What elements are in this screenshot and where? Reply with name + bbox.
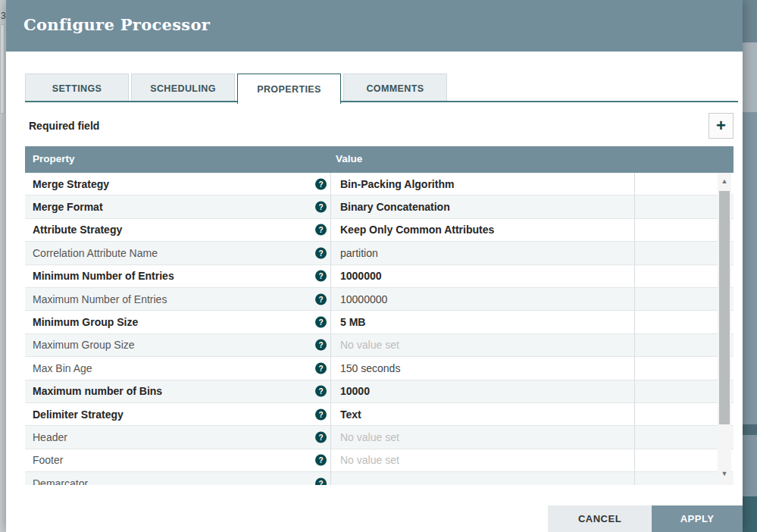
property-value-cell[interactable]: 5 MB (331, 311, 635, 333)
property-value-cell[interactable]: Keep Only Common Attributes (331, 219, 635, 241)
tab-bar: SETTINGS SCHEDULING PROPERTIES COMMENTS (25, 74, 724, 102)
help-icon[interactable]: ? (315, 317, 327, 328)
row-extra-cell (635, 288, 716, 310)
property-value-cell[interactable] (331, 472, 635, 485)
scrollbar-thumb[interactable] (719, 191, 730, 424)
property-name-cell: Merge Strategy ? (25, 173, 331, 195)
background-band (743, 42, 757, 112)
property-name: Delimiter Strategy (33, 408, 124, 421)
table-row: Maximum number of Bins ? 10000 (25, 380, 734, 403)
help-icon[interactable]: ? (315, 362, 327, 374)
help-icon[interactable]: ? (315, 247, 327, 258)
help-icon[interactable]: ? (315, 224, 327, 236)
property-value-cell[interactable]: Bin-Packing Algorithm (331, 173, 635, 195)
add-property-button[interactable]: + (709, 113, 734, 139)
property-name: Demarcator (33, 477, 88, 485)
property-value: 1000000 (340, 270, 382, 282)
table-row: Header ? No value set (25, 426, 734, 449)
property-name-cell: Attribute Strategy ? (25, 219, 331, 241)
property-value: No value set (340, 339, 399, 351)
property-value-cell[interactable]: No value set (331, 449, 635, 471)
property-value: Bin-Packing Algorithm (340, 178, 454, 190)
property-name: Merge Strategy (33, 178, 109, 190)
row-extra-cell (635, 311, 716, 333)
scroll-up-icon[interactable]: ▲ (718, 174, 731, 188)
property-name-cell: Demarcator ? (25, 472, 331, 485)
column-header-property: Property (33, 153, 75, 164)
tab-comments[interactable]: COMMENTS (343, 74, 447, 102)
background-band (743, 496, 757, 532)
table-row: Minimum Group Size ? 5 MB (25, 311, 734, 333)
property-value-cell[interactable]: Text (331, 403, 635, 425)
property-name-cell: Delimiter Strategy ? (25, 403, 331, 425)
required-field-label: Required field (29, 120, 99, 132)
property-value-cell[interactable]: 10000 (331, 380, 635, 402)
property-name-cell: Minimum Group Size ? (25, 311, 331, 333)
row-extra-cell (635, 334, 716, 356)
property-name: Maximum number of Bins (33, 385, 162, 397)
help-icon[interactable]: ? (315, 477, 327, 485)
property-name: Attribute Strategy (33, 224, 122, 236)
property-value-cell[interactable]: 150 seconds (331, 357, 635, 379)
properties-table-body: Merge Strategy ? Bin-Packing Algorithm M… (25, 173, 734, 485)
property-value-cell[interactable]: partition (331, 242, 635, 264)
background-band (743, 0, 757, 42)
help-icon[interactable]: ? (315, 202, 327, 213)
plus-icon: + (716, 116, 726, 135)
property-value: partition (340, 247, 378, 259)
table-row: Attribute Strategy ? Keep Only Common At… (25, 219, 734, 242)
property-name-cell: Merge Format ? (25, 196, 331, 217)
help-icon[interactable]: ? (315, 340, 327, 351)
help-icon[interactable]: ? (315, 431, 327, 443)
property-value-cell[interactable]: No value set (331, 334, 635, 356)
row-extra-cell (635, 196, 716, 217)
tab-label: COMMENTS (366, 83, 424, 94)
dialog-title: Configure Processor (23, 15, 210, 34)
cancel-button[interactable]: CANCEL (548, 505, 652, 532)
property-name-cell: Maximum number of Bins ? (25, 380, 331, 402)
property-value-cell[interactable]: No value set (331, 426, 635, 448)
vertical-scrollbar[interactable]: ▲ ▼ (718, 173, 731, 485)
property-name: Minimum Number of Entries (33, 270, 174, 282)
table-row: Maximum Group Size ? No value set (25, 334, 734, 357)
property-value: No value set (340, 431, 399, 443)
table-row: Minimum Number of Entries ? 1000000 (25, 265, 734, 288)
table-row: Demarcator ? (25, 472, 734, 485)
background-app-left-strip: 3 (0, 0, 6, 532)
row-extra-cell (635, 219, 716, 241)
apply-button[interactable]: APPLY (652, 505, 743, 532)
property-value-cell[interactable]: 1000000 (331, 265, 635, 287)
property-value-cell[interactable]: 10000000 (331, 288, 635, 310)
tab-settings[interactable]: SETTINGS (25, 74, 129, 102)
scroll-down-icon[interactable]: ▼ (718, 467, 731, 480)
property-name-cell: Footer ? (25, 449, 331, 471)
row-extra-cell (635, 265, 716, 287)
table-row: Max Bin Age ? 150 seconds (25, 357, 734, 380)
property-name-cell: Minimum Number of Entries ? (25, 265, 331, 287)
property-value-cell[interactable]: Binary Concatenation (331, 196, 635, 217)
help-icon[interactable]: ? (315, 455, 327, 466)
help-icon[interactable]: ? (315, 408, 327, 420)
table-rows: Merge Strategy ? Bin-Packing Algorithm M… (25, 173, 734, 485)
property-name-cell: Maximum Number of Entries ? (25, 288, 331, 310)
property-name: Maximum Group Size (33, 339, 135, 351)
help-icon[interactable]: ? (315, 386, 327, 397)
property-name: Minimum Group Size (33, 316, 138, 328)
property-name-cell: Correlation Attribute Name ? (25, 242, 331, 264)
property-value: No value set (340, 454, 399, 466)
help-icon[interactable]: ? (315, 271, 327, 282)
tab-scheduling[interactable]: SCHEDULING (131, 74, 235, 102)
property-value: Text (340, 408, 361, 421)
help-icon[interactable]: ? (315, 178, 327, 189)
help-icon[interactable]: ? (315, 293, 327, 305)
property-value: Binary Concatenation (340, 201, 450, 213)
column-header-value: Value (336, 153, 362, 164)
dialog-header: Configure Processor (6, 0, 743, 52)
table-header: Property Value (25, 146, 734, 173)
row-extra-cell (635, 357, 716, 379)
tab-properties[interactable]: PROPERTIES (237, 74, 341, 104)
tab-label: SCHEDULING (150, 83, 216, 94)
row-extra-cell (635, 449, 716, 471)
row-extra-cell (635, 403, 716, 425)
table-row: Correlation Attribute Name ? partition (25, 242, 734, 264)
